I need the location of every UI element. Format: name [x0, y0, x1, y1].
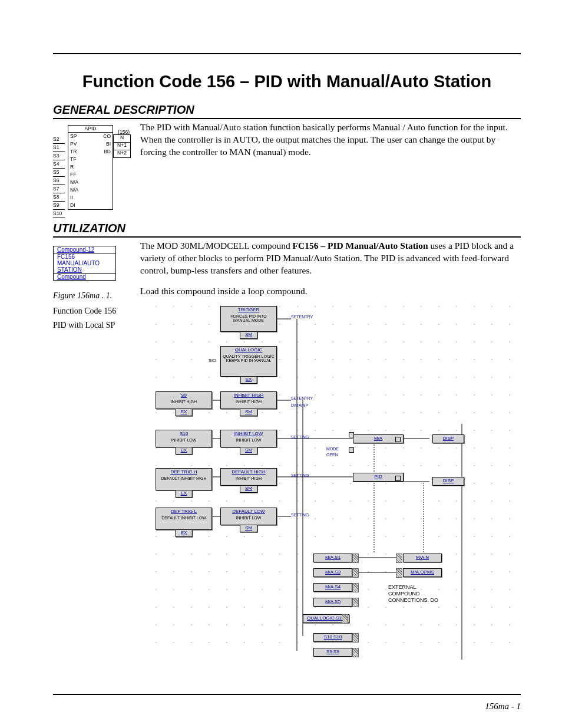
apid-label: APID [68, 126, 113, 133]
diagram-node[interactable]: DISP [432, 477, 464, 486]
top-rule [53, 53, 521, 54]
diagram-io-node[interactable]: M/A.S4 [313, 583, 352, 592]
apid-out-label: BD [104, 149, 111, 154]
hatch-connector [352, 568, 359, 578]
compound-nav-top[interactable]: Compound-12 [54, 246, 115, 253]
block-tab[interactable]: SM [240, 331, 257, 339]
apid-input-pin: S4 [53, 162, 65, 169]
text-line: COMPOUND [388, 591, 438, 597]
apid-input-pin: S10 [53, 211, 65, 218]
port-marker [349, 447, 354, 453]
apid-in-label: DI [70, 203, 75, 208]
block-diagram: TRIGGERFORCES PID INTO MANUAL MODESMQUAL… [156, 306, 521, 660]
apid-in-label: SP [70, 134, 77, 139]
external-compound-label: EXTERNAL COMPOUND CONNECTIONS. DO [388, 584, 438, 603]
page-title: Function Code 156 – PID with Manual/Auto… [53, 72, 521, 91]
block-tab[interactable]: EX [176, 409, 193, 416]
block-desc: DEFAULT INHIBIT HIGH [156, 476, 211, 480]
general-description-text: The PID with Manual/Auto station functio… [140, 121, 521, 159]
label-setentry: SETENTRY [291, 396, 313, 401]
hatch-connector [342, 614, 348, 624]
apid-output-pin: N+1 [113, 142, 131, 150]
section-utilization-heading: Utilization [53, 222, 521, 238]
block-desc: INHIBIT HIGH [221, 476, 276, 480]
block-header: DEF TRIG L [156, 508, 211, 516]
block-tab[interactable]: EX [176, 529, 193, 537]
diagram-io-node[interactable]: M/A.S3 [313, 568, 352, 577]
compound-nav-line: STATION [54, 266, 115, 273]
diagram-io-node[interactable]: M/A.N [403, 554, 442, 562]
apid-in-label: TR [70, 149, 77, 154]
block-desc: INHIBIT HIGH [156, 400, 211, 404]
hatch-connector [352, 554, 359, 563]
apid-in-label: PV [70, 141, 77, 147]
apid-input-pin: S1 [53, 145, 65, 152]
block-desc: INHIBIT LOW [221, 516, 276, 520]
diagram-io-node[interactable]: M/A.S5 [313, 598, 352, 607]
block-desc: DEFAULT INHIBIT LOW [156, 516, 211, 520]
diagram-io-node[interactable]: S10.S10 [313, 633, 352, 642]
apid-in-label: R [70, 164, 74, 170]
diagram-block: INHIBIT LOWINHIBIT LOWSM [220, 430, 277, 447]
block-header: INHIBIT LOW [221, 430, 276, 438]
label-sio: SIO [209, 358, 216, 364]
hatch-connector [396, 554, 402, 563]
diagram-block: TRIGGERFORCES PID INTO MANUAL MODESM [220, 306, 277, 332]
utilization-paragraph-2: Load this compound inside a loop compoun… [140, 285, 521, 298]
block-header: DEF TRIG H [156, 469, 211, 476]
hatch-connector [396, 568, 402, 578]
diagram-block: QUALLOGICQUALITY TRIGGER LOGIC KEEPS PID… [220, 346, 277, 377]
block-header: S9 [156, 392, 211, 400]
hatch-connector [352, 648, 359, 657]
diagram-block: S9INHIBIT HIGHEX [156, 391, 212, 409]
block-tab[interactable]: SM [240, 485, 257, 493]
section-general-heading: General Description [53, 103, 521, 119]
utilization-paragraph-1: The MOD 30ML/MODCELL compound FC156 – PI… [140, 240, 521, 277]
compound-nav-bottom[interactable]: Compound [54, 273, 115, 280]
apid-out-label: BI [106, 141, 111, 147]
label-setting: SETTING [291, 512, 309, 518]
diagram-io-node[interactable]: M/A.S1 [313, 554, 352, 562]
block-header: TRIGGER [221, 307, 276, 314]
block-tab[interactable]: SM [240, 525, 257, 532]
label-datainp: DATAINP [291, 403, 308, 408]
apid-in-label: TF [70, 157, 76, 162]
block-tab[interactable]: SM [240, 447, 257, 454]
port-marker [395, 437, 401, 442]
block-header: INHIBIT HIGH [221, 392, 276, 400]
apid-input-pin: S6 [53, 178, 65, 185]
diagram-block: DEFAULT LOWINHIBIT LOWSM [220, 508, 277, 525]
apid-output-pin: N+2 [113, 150, 131, 158]
apid-input-pin: S2 [53, 137, 65, 144]
apid-block-symbol: S2 S1 S3 S4 S5 S6 S7 S8 S9 S10 (156) N N… [53, 125, 130, 210]
figure-caption-line: PID with Local SP [53, 321, 130, 330]
block-desc: QUALITY TRIGGER LOGIC KEEPS PID IN MANUA… [221, 354, 276, 363]
block-tab[interactable]: EX [176, 447, 193, 454]
diagram-block: DEF TRIG HDEFAULT INHIBIT HIGHEX [156, 468, 212, 490]
compound-nav-line: MANUAL/AUTO [54, 260, 115, 266]
page-footer: 156ma - 1 [485, 701, 521, 711]
apid-input-pin: S7 [53, 186, 65, 193]
hatch-connector [352, 598, 359, 607]
block-header: DEFAULT HIGH [221, 469, 276, 476]
block-desc: FORCES PID INTO MANUAL MODE [221, 314, 276, 323]
text-line: CONNECTIONS. DO [388, 597, 438, 604]
apid-input-pin: S3 [53, 153, 65, 160]
diagram-node[interactable]: DISP [432, 434, 464, 443]
label-setentry: SETENTRY [291, 314, 313, 319]
diagram-io-node[interactable]: S9.S9 [313, 648, 352, 657]
apid-in-label: N/A [70, 180, 78, 185]
block-tab[interactable]: SM [240, 409, 257, 416]
label-mode: MODE [326, 446, 339, 452]
diagram-block: S10INHIBIT LOWEX [156, 430, 212, 447]
label-setting: SETTING [291, 473, 309, 478]
diagram-io-node[interactable]: M/A.OPMS [403, 568, 442, 577]
block-tab[interactable]: EX [176, 490, 193, 498]
apid-in-label: II [70, 195, 73, 200]
diagram-block: DEF TRIG LDEFAULT INHIBIT LOWEX [156, 508, 212, 530]
bottom-rule [53, 694, 521, 695]
text-bold: FC156 – PID Manual/Auto Station [293, 241, 428, 251]
block-tab[interactable]: EX [240, 376, 257, 384]
apid-out-label: CO [103, 134, 111, 139]
compound-nav-line: FC156 [54, 253, 115, 260]
